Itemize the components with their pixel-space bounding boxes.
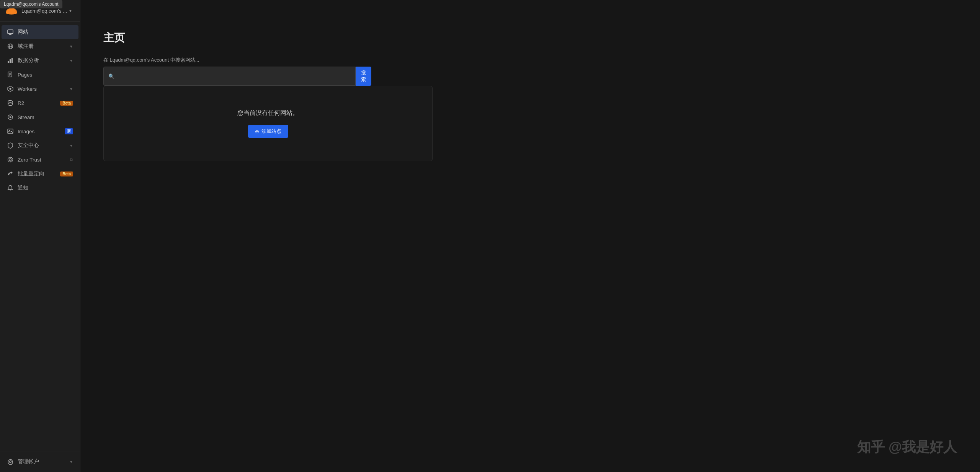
content-area: 主页 在 Lqadm@qq.com's Account 中搜索网站... 🔍 搜… [80, 15, 980, 472]
bell-icon [7, 185, 14, 191]
sidebar-item-notifications-label: 通知 [18, 185, 73, 191]
svg-rect-22 [8, 129, 13, 134]
globe-icon [7, 43, 14, 50]
sidebar-item-websites-label: 网站 [18, 29, 73, 36]
monitor-icon [7, 29, 14, 36]
workers-icon [7, 85, 14, 92]
sidebar-item-r2[interactable]: R2 Beta [2, 96, 78, 110]
svg-point-19 [8, 101, 13, 103]
sidebar-item-images-label: Images [18, 129, 61, 134]
svg-rect-12 [11, 58, 13, 63]
sidebar-item-bulk-redirect[interactable]: 批量重定向 Beta [2, 167, 78, 181]
sidebar-item-workers[interactable]: Workers ▼ [2, 82, 78, 96]
manage-account-chevron-icon: ▼ [69, 460, 73, 464]
svg-rect-10 [8, 61, 9, 63]
sidebar-item-notifications[interactable]: 通知 [2, 181, 78, 195]
svg-rect-3 [6, 11, 17, 14]
sidebar-item-domain-reg-label: 域注册 [18, 43, 65, 50]
sidebar-nav: 网站 域注册 ▼ 数据分析 ▼ Pages [0, 22, 80, 451]
sidebar-item-security[interactable]: 安全中心 ▼ [2, 139, 78, 152]
sidebar-item-security-label: 安全中心 [18, 142, 65, 149]
search-icon: 🔍 [108, 73, 114, 79]
account-name-text: Lqadm@qq.com's ... [21, 8, 67, 14]
bulk-redirect-beta-badge: Beta [60, 171, 73, 176]
data-analysis-chevron-icon: ▼ [69, 59, 73, 63]
sidebar-item-workers-label: Workers [18, 86, 65, 92]
pages-icon [7, 71, 14, 78]
search-input[interactable] [118, 73, 351, 79]
sidebar-item-websites[interactable]: 网站 [2, 25, 78, 39]
sidebar: Lqadm@qq.com's Account Lqadm@qq.com's ..… [0, 0, 80, 472]
add-site-button[interactable]: ⊕ 添加站点 [248, 125, 288, 138]
sidebar-item-zero-trust[interactable]: Zero Trust ⧉ [2, 153, 78, 167]
zerotrust-icon [7, 156, 14, 163]
page-title: 主页 [103, 31, 957, 45]
shield-icon [7, 142, 14, 149]
stream-icon [7, 114, 14, 121]
sidebar-header: Lqadm@qq.com's Account Lqadm@qq.com's ..… [0, 0, 80, 22]
sidebar-item-stream[interactable]: Stream [2, 110, 78, 124]
sidebar-item-r2-label: R2 [18, 100, 56, 106]
workers-chevron-icon: ▼ [69, 87, 73, 91]
svg-rect-4 [8, 30, 13, 34]
external-link-icon: ⧉ [70, 157, 73, 162]
sidebar-item-domain-reg[interactable]: 域注册 ▼ [2, 39, 78, 53]
sidebar-item-manage-account[interactable]: 管理帐户 ▼ [2, 455, 78, 469]
r2-beta-badge: Beta [60, 101, 73, 106]
sidebar-item-images[interactable]: Images 新 [2, 124, 78, 138]
svg-point-25 [9, 158, 11, 161]
sidebar-item-pages[interactable]: Pages [2, 68, 78, 82]
search-box[interactable]: 🔍 [103, 67, 356, 86]
sidebar-item-data-analysis-label: 数据分析 [18, 57, 65, 64]
svg-point-18 [10, 88, 11, 90]
search-label: 在 Lqadm@qq.com's Account 中搜索网站... [103, 57, 371, 64]
main-content: 主页 在 Lqadm@qq.com's Account 中搜索网站... 🔍 搜… [80, 0, 980, 472]
search-button[interactable]: 搜 索 [356, 67, 371, 86]
account-tooltip: Lqadm@qq.com's Account [0, 0, 62, 8]
database-icon [7, 100, 14, 106]
svg-point-29 [10, 461, 11, 463]
svg-rect-11 [10, 59, 11, 63]
sidebar-item-stream-label: Stream [18, 114, 73, 120]
redirect-icon [7, 170, 14, 177]
empty-state-text: 您当前没有任何网站。 [111, 109, 425, 117]
empty-state: 您当前没有任何网站。 ⊕ 添加站点 [103, 86, 433, 161]
sidebar-item-manage-account-label: 管理帐户 [18, 458, 65, 465]
search-input-row: 🔍 搜 索 [103, 67, 371, 86]
sidebar-footer: 管理帐户 ▼ [0, 451, 80, 472]
account-name[interactable]: Lqadm@qq.com's ... ▼ [21, 8, 72, 14]
security-chevron-icon: ▼ [69, 144, 73, 148]
sidebar-item-pages-label: Pages [18, 72, 73, 78]
add-site-label: 添加站点 [261, 128, 281, 135]
search-section: 在 Lqadm@qq.com's Account 中搜索网站... 🔍 搜 索 [103, 57, 371, 86]
sidebar-item-data-analysis[interactable]: 数据分析 ▼ [2, 54, 78, 67]
bar-chart-icon [7, 57, 14, 64]
svg-point-23 [9, 130, 10, 131]
sidebar-item-zero-trust-label: Zero Trust [18, 157, 66, 163]
settings-icon [7, 458, 14, 465]
top-bar [80, 0, 980, 15]
sidebar-item-bulk-redirect-label: 批量重定向 [18, 170, 56, 177]
images-icon [7, 128, 14, 135]
images-new-badge: 新 [65, 128, 73, 134]
account-chevron-icon: ▼ [69, 9, 72, 13]
svg-marker-21 [10, 116, 12, 118]
domain-reg-chevron-icon: ▼ [69, 44, 73, 49]
plus-icon: ⊕ [255, 129, 259, 134]
